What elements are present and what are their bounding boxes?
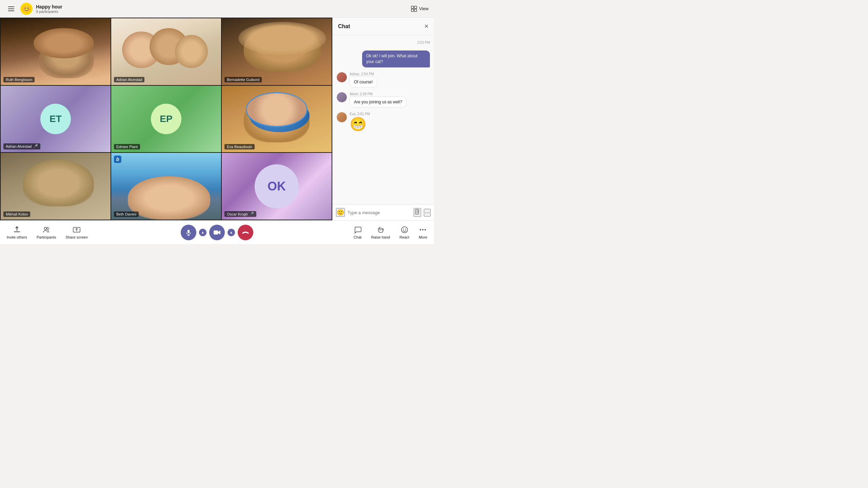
my-bubble-1: Ok ok! I will join. What about your cat?	[362, 50, 430, 67]
react-button[interactable]: React	[399, 226, 409, 239]
mic-chevron-button[interactable]: ▲	[199, 229, 206, 236]
video-cell-ok: OK Oscar Krogh 🎤	[222, 153, 332, 220]
video-chevron-button[interactable]: ▲	[228, 229, 235, 236]
toolbar: Invite others Participants Share screen	[0, 220, 434, 244]
video-cell-adrian: Adrian Alvestad	[111, 18, 221, 85]
toolbar-right: Chat Raise hand React	[354, 226, 427, 239]
emoji-picker-button[interactable]: 🙂	[336, 208, 345, 217]
chat-panel: Chat ✕ 2:53 PM Ok ok! I will join. What …	[332, 18, 434, 220]
mic-icon	[185, 229, 192, 236]
svg-point-9	[44, 227, 46, 229]
svg-point-18	[403, 228, 403, 229]
svg-point-22	[425, 229, 426, 230]
raise-hand-button[interactable]: Raise hand	[371, 226, 390, 239]
react-icon	[400, 226, 409, 234]
video-cell-ruth: Ruth Bengtsson	[1, 18, 111, 85]
name-tag-ep: Edmee Plant	[114, 144, 140, 149]
chat-button[interactable]: Chat	[354, 226, 362, 239]
video-cell-eva: Eva Beaudouin	[222, 86, 332, 152]
end-call-icon	[241, 230, 250, 235]
react-label: React	[399, 235, 409, 239]
name-tag-eva: Eva Beaudouin	[224, 144, 255, 149]
name-tag-ok: Oscar Krogh 🎤	[224, 211, 256, 217]
video-button[interactable]	[209, 225, 225, 240]
avatar-marie-chat	[337, 92, 347, 102]
avatar-adrian-chat	[337, 72, 347, 82]
chat-title: Chat	[338, 23, 350, 29]
sender-info-marie: Marie, 2:58 PM	[350, 92, 407, 96]
header-left: 😊 Happy hour 9 participants	[5, 3, 62, 15]
svg-point-17	[401, 227, 408, 233]
video-cell-et: ET Adrian Alvestad 🎤	[1, 86, 111, 152]
name-tag-ruth: Ruth Bengtsson	[3, 77, 35, 82]
more-button[interactable]: More	[419, 226, 427, 239]
svg-rect-8	[14, 231, 20, 232]
avatar-ok: OK	[255, 164, 299, 208]
raise-hand-icon	[376, 226, 384, 234]
svg-rect-13	[188, 230, 190, 233]
svg-rect-16	[214, 230, 218, 235]
view-label: View	[419, 6, 429, 11]
view-button[interactable]: View	[411, 6, 429, 12]
share-screen-button[interactable]: Share screen	[65, 226, 87, 239]
name-tag-beth: Beth Davies	[114, 211, 139, 217]
share-screen-icon	[73, 226, 81, 234]
grid-icon	[411, 6, 417, 12]
mic-button[interactable]	[181, 225, 196, 240]
share-screen-label: Share screen	[65, 235, 87, 239]
more-icon	[419, 226, 427, 234]
more-label: More	[419, 235, 427, 239]
svg-rect-2	[411, 9, 414, 12]
raise-hand-label: Raise hand	[371, 235, 390, 239]
chat-input-area: 🙂 ⋯	[333, 204, 434, 220]
invite-button[interactable]: Invite others	[7, 226, 27, 239]
invite-label: Invite others	[7, 235, 27, 239]
avatar-et: ET	[40, 104, 71, 134]
chat-toolbar-label: Chat	[354, 235, 361, 239]
message-input[interactable]	[348, 210, 411, 215]
participants-label: Participants	[37, 235, 56, 239]
sender-info-adrian: Adrian, 2:54 PM	[350, 72, 377, 76]
mic-muted-icon: 🎤	[33, 144, 38, 149]
more-input-button[interactable]: ⋯	[424, 209, 431, 217]
timestamp-my: 2:53 PM	[337, 41, 430, 44]
bubble-adrian: Of course!	[350, 77, 377, 87]
participants-button[interactable]: Participants	[37, 226, 56, 239]
name-tag-adrian-group: Adrian Alvestad	[114, 77, 144, 82]
svg-rect-1	[414, 6, 417, 8]
message-content-marie: Marie, 2:58 PM Are you joining us as wel…	[350, 92, 407, 107]
sender-info-eva: Eva, 3:01 PM	[350, 112, 370, 116]
video-cell-beth: b Beth Davies	[111, 153, 221, 220]
chat-header: Chat ✕	[333, 18, 434, 35]
meeting-title: Happy hour	[36, 4, 62, 9]
message-marie: Marie, 2:58 PM Are you joining us as wel…	[337, 92, 430, 107]
attach-icon	[414, 209, 420, 215]
message-content-adrian: Adrian, 2:54 PM Of course!	[350, 72, 377, 87]
attach-button[interactable]	[414, 208, 421, 217]
participants-count: 9 participants	[36, 9, 62, 14]
header-title: Happy hour 9 participants	[36, 4, 62, 14]
chat-close-button[interactable]: ✕	[424, 23, 429, 29]
svg-point-21	[422, 229, 423, 230]
avatar-eva-chat	[337, 112, 347, 122]
video-grid: Ruth Bengtsson Adrian Alvestad Bernadett…	[0, 18, 332, 220]
svg-point-19	[405, 228, 406, 229]
video-icon	[213, 229, 221, 236]
toolbar-center: ▲ ▲	[181, 225, 253, 240]
chat-toolbar-icon	[354, 226, 362, 234]
name-tag-et: Adrian Alvestad 🎤	[3, 143, 40, 149]
header: 😊 Happy hour 9 participants View	[0, 0, 434, 18]
message-adrian: Adrian, 2:54 PM Of course!	[337, 72, 430, 87]
svg-rect-3	[414, 9, 417, 12]
end-call-button[interactable]	[238, 225, 253, 240]
invite-icon	[13, 226, 21, 234]
svg-point-20	[420, 229, 421, 230]
avatar-ep: EP	[151, 104, 181, 134]
hamburger-menu[interactable]	[5, 4, 17, 14]
participants-icon	[42, 226, 51, 234]
name-tag-bernadette: Bernadette Guibord	[224, 77, 262, 82]
main-content: Ruth Bengtsson Adrian Alvestad Bernadett…	[0, 18, 434, 220]
bubble-marie: Are you joining us as well?	[350, 97, 407, 107]
my-message-1: Ok ok! I will join. What about your cat?	[362, 50, 430, 67]
mic-ok-icon: 🎤	[249, 212, 254, 216]
